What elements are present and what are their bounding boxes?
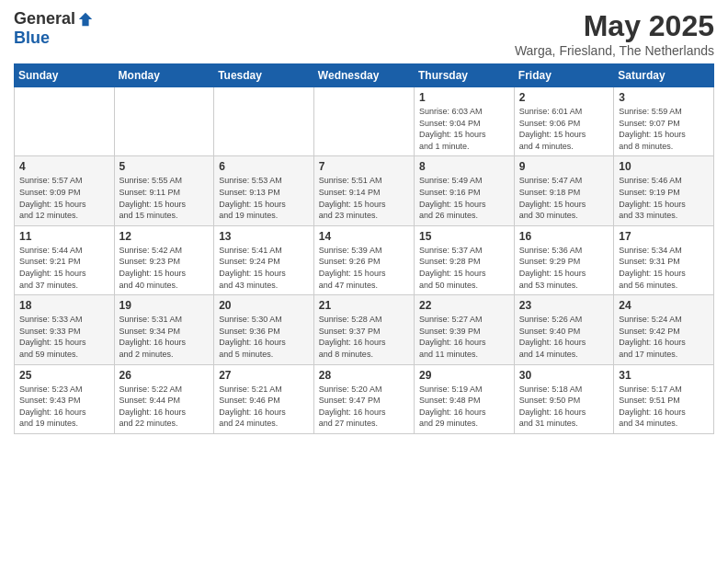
day-info: Sunrise: 5:24 AM Sunset: 9:42 PM Dayligh… (619, 314, 709, 360)
day-number: 6 (219, 160, 309, 173)
day-info: Sunrise: 5:33 AM Sunset: 9:33 PM Dayligh… (19, 314, 109, 360)
calendar-cell: 13Sunrise: 5:41 AM Sunset: 9:24 PM Dayli… (214, 225, 314, 294)
day-info: Sunrise: 5:21 AM Sunset: 9:46 PM Dayligh… (219, 384, 309, 430)
day-info: Sunrise: 5:41 AM Sunset: 9:24 PM Dayligh… (219, 245, 309, 291)
calendar-cell: 24Sunrise: 5:24 AM Sunset: 9:42 PM Dayli… (614, 295, 714, 364)
day-number: 16 (519, 230, 609, 243)
calendar-cell: 7Sunrise: 5:51 AM Sunset: 9:14 PM Daylig… (313, 156, 414, 225)
day-number: 22 (419, 299, 509, 312)
location: Warga, Friesland, The Netherlands (515, 43, 714, 58)
week-row-2: 4Sunrise: 5:57 AM Sunset: 9:09 PM Daylig… (15, 156, 714, 225)
day-number: 18 (19, 299, 109, 312)
day-number: 10 (619, 160, 709, 173)
day-number: 12 (119, 230, 210, 243)
day-info: Sunrise: 5:47 AM Sunset: 9:18 PM Dayligh… (519, 175, 609, 221)
day-number: 28 (319, 369, 409, 382)
week-row-1: 1Sunrise: 6:03 AM Sunset: 9:04 PM Daylig… (15, 87, 714, 156)
day-info: Sunrise: 6:01 AM Sunset: 9:06 PM Dayligh… (519, 106, 609, 152)
day-number: 15 (419, 230, 509, 243)
header-tuesday: Tuesday (214, 64, 314, 87)
day-number: 1 (419, 91, 509, 104)
day-info: Sunrise: 5:18 AM Sunset: 9:50 PM Dayligh… (519, 384, 609, 430)
calendar-cell: 23Sunrise: 5:26 AM Sunset: 9:40 PM Dayli… (514, 295, 613, 364)
day-number: 26 (119, 369, 210, 382)
calendar-cell: 17Sunrise: 5:34 AM Sunset: 9:31 PM Dayli… (614, 225, 714, 294)
calendar-cell: 8Sunrise: 5:49 AM Sunset: 9:16 PM Daylig… (414, 156, 514, 225)
day-info: Sunrise: 5:20 AM Sunset: 9:47 PM Dayligh… (319, 384, 409, 430)
calendar-cell: 14Sunrise: 5:39 AM Sunset: 9:26 PM Dayli… (313, 225, 414, 294)
calendar-cell: 16Sunrise: 5:36 AM Sunset: 9:29 PM Dayli… (514, 225, 613, 294)
calendar-cell: 4Sunrise: 5:57 AM Sunset: 9:09 PM Daylig… (15, 156, 115, 225)
logo-blue-text: Blue (14, 29, 50, 48)
calendar-cell: 11Sunrise: 5:44 AM Sunset: 9:21 PM Dayli… (15, 225, 115, 294)
calendar-cell: 25Sunrise: 5:23 AM Sunset: 9:43 PM Dayli… (15, 364, 115, 433)
week-row-4: 18Sunrise: 5:33 AM Sunset: 9:33 PM Dayli… (15, 295, 714, 364)
day-number: 7 (319, 160, 409, 173)
calendar-cell: 1Sunrise: 6:03 AM Sunset: 9:04 PM Daylig… (414, 87, 514, 156)
page-header: General Blue May 2025 Warga, Friesland, … (14, 9, 714, 58)
day-info: Sunrise: 6:03 AM Sunset: 9:04 PM Dayligh… (419, 106, 509, 152)
day-number: 29 (419, 369, 509, 382)
calendar-cell: 28Sunrise: 5:20 AM Sunset: 9:47 PM Dayli… (313, 364, 414, 433)
calendar-cell (114, 87, 214, 156)
calendar-cell: 19Sunrise: 5:31 AM Sunset: 9:34 PM Dayli… (114, 295, 214, 364)
day-number: 24 (619, 299, 709, 312)
day-info: Sunrise: 5:34 AM Sunset: 9:31 PM Dayligh… (619, 245, 709, 291)
header-wednesday: Wednesday (313, 64, 414, 87)
calendar-cell: 5Sunrise: 5:55 AM Sunset: 9:11 PM Daylig… (114, 156, 214, 225)
calendar-cell (214, 87, 314, 156)
header-sunday: Sunday (15, 64, 115, 87)
calendar-cell (313, 87, 414, 156)
day-info: Sunrise: 5:51 AM Sunset: 9:14 PM Dayligh… (319, 175, 409, 221)
calendar-cell: 31Sunrise: 5:17 AM Sunset: 9:51 PM Dayli… (614, 364, 714, 433)
header-row: SundayMondayTuesdayWednesdayThursdayFrid… (15, 64, 714, 87)
day-number: 23 (519, 299, 609, 312)
calendar-cell: 3Sunrise: 5:59 AM Sunset: 9:07 PM Daylig… (614, 87, 714, 156)
day-info: Sunrise: 5:44 AM Sunset: 9:21 PM Dayligh… (19, 245, 109, 291)
day-number: 13 (219, 230, 309, 243)
day-number: 2 (519, 91, 609, 104)
calendar-table: SundayMondayTuesdayWednesdayThursdayFrid… (14, 63, 714, 434)
day-number: 17 (619, 230, 709, 243)
day-number: 30 (519, 369, 609, 382)
calendar-cell: 10Sunrise: 5:46 AM Sunset: 9:19 PM Dayli… (614, 156, 714, 225)
day-number: 14 (319, 230, 409, 243)
calendar-cell: 21Sunrise: 5:28 AM Sunset: 9:37 PM Dayli… (313, 295, 414, 364)
week-row-5: 25Sunrise: 5:23 AM Sunset: 9:43 PM Dayli… (15, 364, 714, 433)
calendar-cell: 30Sunrise: 5:18 AM Sunset: 9:50 PM Dayli… (514, 364, 613, 433)
day-info: Sunrise: 5:30 AM Sunset: 9:36 PM Dayligh… (219, 314, 309, 360)
calendar-cell: 29Sunrise: 5:19 AM Sunset: 9:48 PM Dayli… (414, 364, 514, 433)
day-info: Sunrise: 5:46 AM Sunset: 9:19 PM Dayligh… (619, 175, 709, 221)
header-thursday: Thursday (414, 64, 514, 87)
calendar-cell: 22Sunrise: 5:27 AM Sunset: 9:39 PM Dayli… (414, 295, 514, 364)
day-info: Sunrise: 5:59 AM Sunset: 9:07 PM Dayligh… (619, 106, 709, 152)
logo: General Blue (14, 9, 94, 48)
day-number: 11 (19, 230, 109, 243)
calendar-cell: 6Sunrise: 5:53 AM Sunset: 9:13 PM Daylig… (214, 156, 314, 225)
calendar-cell: 27Sunrise: 5:21 AM Sunset: 9:46 PM Dayli… (214, 364, 314, 433)
day-info: Sunrise: 5:57 AM Sunset: 9:09 PM Dayligh… (19, 175, 109, 221)
day-info: Sunrise: 5:26 AM Sunset: 9:40 PM Dayligh… (519, 314, 609, 360)
day-number: 19 (119, 299, 210, 312)
calendar-cell: 9Sunrise: 5:47 AM Sunset: 9:18 PM Daylig… (514, 156, 613, 225)
day-info: Sunrise: 5:36 AM Sunset: 9:29 PM Dayligh… (519, 245, 609, 291)
day-info: Sunrise: 5:37 AM Sunset: 9:28 PM Dayligh… (419, 245, 509, 291)
day-info: Sunrise: 5:49 AM Sunset: 9:16 PM Dayligh… (419, 175, 509, 221)
day-number: 25 (19, 369, 109, 382)
day-info: Sunrise: 5:39 AM Sunset: 9:26 PM Dayligh… (319, 245, 409, 291)
calendar-cell: 12Sunrise: 5:42 AM Sunset: 9:23 PM Dayli… (114, 225, 214, 294)
day-number: 20 (219, 299, 309, 312)
calendar-cell: 2Sunrise: 6:01 AM Sunset: 9:06 PM Daylig… (514, 87, 613, 156)
month-title: May 2025 (515, 9, 714, 43)
calendar-cell: 18Sunrise: 5:33 AM Sunset: 9:33 PM Dayli… (15, 295, 115, 364)
logo-icon (77, 11, 94, 28)
day-info: Sunrise: 5:19 AM Sunset: 9:48 PM Dayligh… (419, 384, 509, 430)
day-number: 3 (619, 91, 709, 104)
day-info: Sunrise: 5:31 AM Sunset: 9:34 PM Dayligh… (119, 314, 210, 360)
week-row-3: 11Sunrise: 5:44 AM Sunset: 9:21 PM Dayli… (15, 225, 714, 294)
title-section: May 2025 Warga, Friesland, The Netherlan… (515, 9, 714, 58)
calendar-cell (15, 87, 115, 156)
day-info: Sunrise: 5:22 AM Sunset: 9:44 PM Dayligh… (119, 384, 210, 430)
day-number: 8 (419, 160, 509, 173)
calendar-cell: 26Sunrise: 5:22 AM Sunset: 9:44 PM Dayli… (114, 364, 214, 433)
